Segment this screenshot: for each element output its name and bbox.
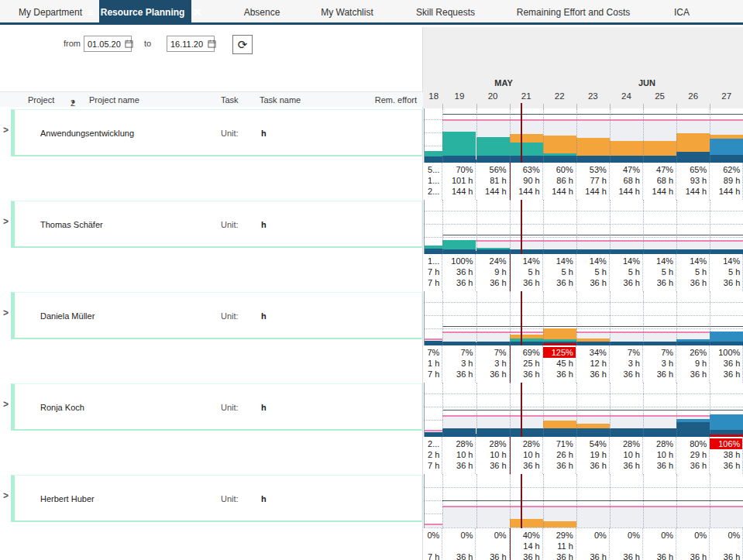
week-values-cell: 100%36 h36 h: [442, 254, 476, 291]
menu-icon[interactable]: ≡: [88, 0, 95, 25]
planned-hours: 5 h: [643, 266, 673, 277]
planned-hours: [676, 541, 707, 551]
capacity-hours: 36 h: [710, 277, 740, 288]
utilization-percent: 5...: [425, 164, 439, 175]
planned-hours: 36 h: [710, 358, 740, 369]
baseline-axis: [425, 160, 743, 163]
gridline: [710, 291, 710, 345]
week-values-cell: 28%10 h36 h: [442, 437, 476, 474]
to-date-field[interactable]: [167, 36, 215, 52]
planned-hours: 86 h: [543, 175, 573, 186]
week-label: 26: [676, 91, 710, 101]
tab-ica[interactable]: ICA: [655, 0, 709, 25]
resource-card[interactable]: Ronja KochUnit:h: [11, 383, 422, 431]
calendar-icon[interactable]: [125, 40, 133, 48]
week-values-cell: 56%81 h144 h: [476, 163, 510, 200]
gridline: [576, 200, 577, 254]
week-values-cell: 69%25 h36 h: [510, 345, 543, 383]
gridline: [710, 383, 710, 437]
planned-hours: 2 h: [425, 449, 439, 460]
utilization-chart: [423, 200, 743, 254]
main-content: from to ⟳ Project 2▲ Project name Task T…: [0, 27, 743, 560]
allocation-bar-blue: [710, 332, 743, 342]
utilization-chart: [423, 474, 743, 528]
planned-hours: 10 h: [643, 449, 673, 460]
week-label: 27: [710, 91, 743, 101]
gridline: [676, 383, 677, 437]
planned-hours: 29 h: [676, 449, 707, 460]
unit-label: Unit:: [221, 129, 239, 138]
utilization-percent: 7%: [476, 347, 507, 358]
gridline: [425, 302, 743, 303]
capacity-hours: 36 h: [643, 460, 673, 471]
week-label: 21: [510, 91, 543, 101]
column-header-rem-effort[interactable]: Rem. effort: [339, 95, 417, 105]
sort-asc-icon: ▲: [71, 98, 76, 104]
tab-my-watchlist[interactable]: My Watchlist: [301, 0, 394, 25]
capacity-hours: 36 h: [610, 551, 640, 560]
from-date-input[interactable]: [88, 40, 125, 49]
week-values-cell: 28%10 h36 h: [510, 437, 543, 474]
utilization-percent: 28%: [610, 438, 640, 449]
resource-name: Anwendungsentwicklung: [40, 129, 134, 138]
gridline: [476, 200, 477, 254]
column-header-task-name[interactable]: Task name: [260, 95, 301, 105]
gridline: [425, 487, 743, 488]
column-header-task[interactable]: Task: [221, 95, 239, 105]
week-values-cell: 40%14 h36 h: [510, 528, 543, 560]
gridline: [643, 474, 644, 528]
gridline: [425, 393, 743, 394]
tab-remaining-effort-and-costs[interactable]: Remaining Effort and Costs: [505, 0, 642, 25]
gridline: [543, 108, 544, 163]
utilization-numbers: 5...1...2...70%101 h144 h56%81 h144 h63%…: [423, 163, 743, 200]
week-values-cell: 0%36 h: [442, 528, 476, 560]
max-capacity-line: [442, 114, 743, 115]
week-label: 25: [643, 91, 676, 101]
tab-skill-requests[interactable]: Skill Requests: [397, 0, 494, 25]
allocation-bar-teal: [543, 153, 576, 156]
resource-card[interactable]: Daniela MüllerUnit:h: [11, 292, 422, 339]
capacity-hours: 7 h: [425, 460, 439, 471]
allocation-bar-blue: [676, 419, 710, 422]
gridline: [710, 474, 710, 528]
gridline: [442, 383, 443, 437]
refresh-button[interactable]: ⟳: [232, 35, 253, 54]
allocation-bar-teal: [543, 339, 576, 342]
utilization-percent: 106%: [710, 438, 742, 449]
planned-hours: 5 h: [610, 266, 640, 277]
week-values-cell: 14%5 h36 h: [543, 254, 576, 291]
unit-value: h: [261, 494, 267, 503]
to-date-input[interactable]: [170, 40, 208, 49]
planned-hours: 3 h: [442, 358, 473, 369]
today-line: [521, 474, 522, 528]
tab-my-department[interactable]: My Department: [2, 0, 99, 25]
allocation-bar-teal: [476, 248, 510, 249]
tab-absence[interactable]: Absence: [219, 0, 304, 25]
tab-resource-planning[interactable]: ≡Resource Planning✕: [99, 0, 191, 25]
column-header-project-name[interactable]: Project name: [89, 95, 139, 105]
column-header-project[interactable]: Project: [28, 95, 54, 105]
capacity-hours: 7 h: [425, 369, 439, 380]
resource-card[interactable]: Thomas SchäferUnit:h: [11, 201, 422, 248]
planned-hours: 3 h: [610, 358, 640, 369]
resource-card[interactable]: AnwendungsentwicklungUnit:h: [11, 109, 422, 156]
utilization-percent: 7%: [610, 347, 640, 358]
from-date-field[interactable]: [84, 36, 132, 52]
panel-edge: [424, 383, 425, 437]
utilization-percent: 29%: [543, 530, 573, 541]
week-values-cell: 28%10 h36 h: [643, 437, 676, 474]
gridline: [476, 108, 477, 163]
max-capacity-line: [442, 500, 743, 501]
resource-card[interactable]: Herbert HuberUnit:h: [11, 475, 422, 522]
capacity-hours: 144 h: [511, 186, 540, 197]
utilization-percent: 26%: [676, 347, 707, 358]
capacity-hours: 36 h: [543, 277, 573, 288]
gridline: [710, 200, 710, 254]
allocation-bar-dark: [610, 428, 643, 434]
resource-planning-app: My Department≡Resource Planning✕AbsenceM…: [0, 0, 743, 560]
planned-hours: [576, 541, 607, 551]
gridline: [510, 383, 511, 437]
calendar-icon[interactable]: [208, 40, 216, 48]
close-tab-icon[interactable]: ✕: [192, 0, 202, 25]
capacity-hours: 36 h: [676, 277, 707, 288]
